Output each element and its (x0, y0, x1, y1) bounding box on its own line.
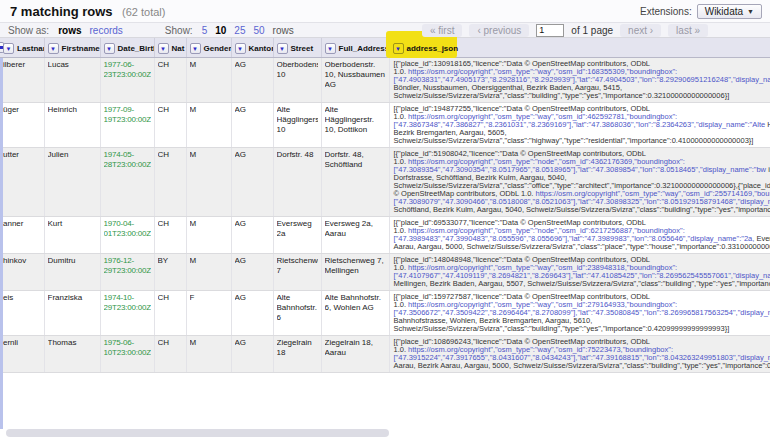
cell-firstname: Dumitru (44, 254, 100, 291)
cell-street: Rietschenweg 7 (273, 254, 321, 291)
cell-date_birth: 1976-12-29T23:00:00Z (100, 254, 154, 291)
cell-value: 1975-06-10T23:00:00Z (104, 338, 151, 358)
cell-value: 1970-04-01T23:00:00Z (104, 219, 151, 239)
cell-value: Ziegelrain 18, Aarau (325, 338, 386, 358)
cell-firstname: Kurt (44, 217, 100, 254)
column-dropdown-icon-date_birth[interactable]: ▼ (104, 43, 115, 54)
cell-value: Rietschenweg 7, Mellingen (325, 256, 386, 276)
table-row: hinkovDumitru1976-12-29T23:00:00ZBYMAGRi… (0, 254, 770, 291)
json-line: Schöftland, Bezirk Kulm, Aargau, 5040, S… (394, 206, 770, 214)
column-dropdown-icon-street[interactable]: ▼ (277, 43, 288, 54)
column-header-kanton: ▼Kanton (231, 38, 273, 58)
cell-street: Alte Hägglingerstr. 10 (273, 103, 321, 148)
cell-lastname: eis (0, 291, 44, 336)
page-size-50[interactable]: 50 (253, 25, 264, 36)
cell-value: Dumitru (48, 256, 97, 266)
cell-gender: M (186, 336, 231, 373)
cell-full_address: Rietschenweg 7, Mellingen (321, 254, 389, 291)
column-label-gender: Gender (204, 44, 232, 53)
cell-nat: CH (154, 58, 186, 103)
first-page-button[interactable]: « first (422, 24, 462, 37)
column-dropdown-icon-firstname[interactable]: ▼ (48, 43, 59, 54)
cell-value: Eversweg 2a, Aarau (325, 219, 386, 239)
previous-page-button[interactable]: ‹ previous (469, 24, 529, 37)
cell-value: Heinrich (48, 105, 97, 115)
json-line: Aarau, Bezirk Aarau, Aargau, 5000, Schwe… (394, 362, 770, 370)
json-line: Mellingen, Bezirk Baden, Aargau, 5507, S… (394, 280, 770, 288)
cell-date_birth: 1977-06-23T23:00:00Z (100, 58, 154, 103)
page-size-5[interactable]: 5 (202, 25, 208, 36)
cell-date_birth: 1977-09-19T23:00:00Z (100, 103, 154, 148)
json-line: Schweiz/Suisse/Svizzera/Svizra","class":… (394, 325, 770, 333)
cell-value: AG (235, 219, 270, 229)
extensions-label: Extensions: (640, 6, 692, 17)
results-toolbar: Show as: rowsrecords Show: 5102550 rows … (0, 23, 770, 38)
cell-value: ilberer (3, 60, 41, 70)
cell-value: eis (3, 293, 41, 303)
json-text: Hägglinger (765, 120, 770, 129)
column-label-full_address: Full_Address (339, 44, 390, 53)
last-page-button[interactable]: last » (668, 24, 708, 37)
cell-value: Julien (48, 150, 97, 160)
column-label-lastname: Lastname (17, 44, 44, 53)
cell-firstname: Heinrich (44, 103, 100, 148)
view-mode-group: Show as: rowsrecords (8, 25, 127, 36)
page-title: 7 matching rows (10, 4, 113, 19)
cell-value: Ziegelrain 18 (277, 338, 318, 358)
cell-kanton: AG (231, 217, 273, 254)
cell-lastname: üger (0, 103, 44, 148)
cell-firstname: Lucas (44, 58, 100, 103)
cell-value: Alte Hägglingerstr. 10 (277, 105, 318, 135)
cell-value: M (190, 60, 228, 70)
cell-full_address: Ziegelrain 18, Aarau (321, 336, 389, 373)
show-label: Show: (165, 25, 193, 36)
cell-full_address: Alte Bahnhofstr. 6, Wohlen AG (321, 291, 389, 336)
cell-value: CH (158, 60, 183, 70)
cell-value: utter (3, 150, 41, 160)
cell-street: Ziegelrain 18 (273, 336, 321, 373)
json-text: Mellingen, Bezirk Baden, Aargau, 5507, S… (394, 279, 770, 288)
cell-value: CH (158, 219, 183, 229)
view-mode-rows[interactable]: rows (58, 25, 81, 36)
column-header-gender: ▼Gender (186, 38, 231, 58)
cell-address_json: [{"place_id":108696243,"licence":"Data ©… (389, 336, 770, 373)
cell-address_json: [{"place_id":51908042,"licence":"Data © … (389, 148, 770, 217)
column-dropdown-icon-full_address[interactable]: ▼ (325, 43, 336, 54)
cell-street: Eversweg 2a (273, 217, 321, 254)
json-text: Aarau, Aargau, 5000, Schweiz/Suisse/Sviz… (394, 242, 770, 251)
cell-full_address: Alte Hägglingerstr. 10, Dottikon (321, 103, 389, 148)
column-dropdown-icon-kanton[interactable]: ▼ (235, 43, 246, 54)
column-label-kanton: Kanton (249, 44, 274, 53)
column-dropdown-icon-lastname[interactable]: ▼ (3, 43, 14, 54)
page-input[interactable] (536, 24, 564, 37)
column-dropdown-icon-gender[interactable]: ▼ (190, 43, 201, 54)
column-dropdown-icon-nat[interactable]: ▼ (158, 43, 169, 54)
cell-value: BY (158, 256, 183, 266)
cell-lastname: utter (0, 148, 44, 217)
cell-value: Kurt (48, 219, 97, 229)
json-text: Schöftland, Bezirk Kulm, Aargau, 5040, S… (394, 205, 770, 214)
horizontal-scrollbar[interactable] (6, 429, 389, 437)
cell-value: Thomas (48, 338, 97, 348)
extensions-dropdown-label: Wikidata (705, 6, 743, 17)
next-page-button[interactable]: next › (620, 24, 661, 37)
column-header-nat: ▼Nat (154, 38, 186, 58)
cell-address_json: [{"place_id":159727587,"licence":"Data ©… (389, 291, 770, 336)
clipped-column-dropdown[interactable] (0, 42, 4, 53)
cell-value: 1974-10-29T23:00:00Z (104, 293, 151, 313)
openrefine-data-view: 7 matching rows (62 total) Extensions: W… (0, 0, 770, 438)
cell-value: AG (235, 293, 270, 303)
cell-value: 1977-09-19T23:00:00Z (104, 105, 151, 125)
cell-nat: CH (154, 148, 186, 217)
column-label-firstname: Firstname (62, 44, 100, 53)
cell-firstname: Julien (44, 148, 100, 217)
page-size-10[interactable]: 10 (215, 25, 226, 36)
extensions-dropdown[interactable]: Wikidata ▼ (697, 4, 762, 19)
column-dropdown-icon-address_json[interactable]: ▼ (393, 43, 404, 54)
page-size-25[interactable]: 25 (234, 25, 245, 36)
cell-value: CH (158, 150, 183, 160)
cell-value: Lucas (48, 60, 97, 70)
cell-address_json: [{"place_id":130918165,"licence":"Data ©… (389, 58, 770, 103)
view-mode-records[interactable]: records (89, 25, 122, 36)
cell-value: Alte Bahnhofstr. 6 (277, 293, 318, 323)
